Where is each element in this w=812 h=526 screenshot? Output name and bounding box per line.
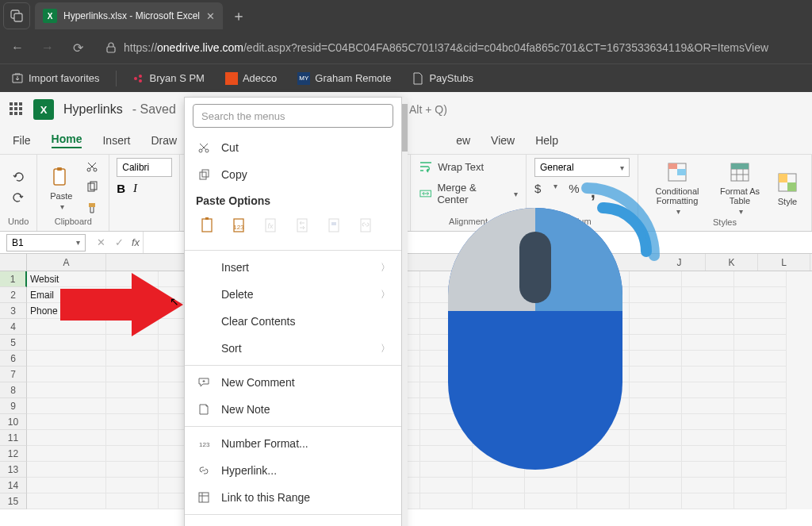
cell[interactable] [734, 351, 787, 367]
cell[interactable] [682, 478, 734, 493]
ctx-insert[interactable]: Insert〉 [185, 254, 401, 281]
row-header[interactable]: 9 [0, 398, 27, 414]
undo-button[interactable] [10, 168, 27, 186]
select-all-corner[interactable] [0, 254, 27, 271]
cell[interactable] [734, 398, 787, 414]
new-tab-button[interactable]: ＋ [228, 5, 250, 27]
cell[interactable] [682, 430, 734, 446]
tab-home[interactable]: Home [52, 132, 82, 148]
row-header[interactable]: 13 [0, 462, 27, 478]
tab-close-button[interactable]: ✕ [206, 10, 215, 22]
cell[interactable] [27, 351, 106, 367]
tab-review-partial[interactable]: ew [456, 134, 470, 147]
ctx-copy[interactable]: Copy [185, 161, 401, 188]
row-header[interactable]: 5 [0, 335, 27, 351]
address-bar[interactable]: https://onedrive.live.com/edit.aspx?resi… [97, 36, 806, 60]
cell[interactable] [106, 382, 159, 398]
cell[interactable] [734, 430, 787, 446]
cell[interactable] [106, 414, 159, 430]
browser-tab-active[interactable]: X Hyperlinks.xlsx - Microsoft Excel ✕ [35, 2, 223, 29]
cell[interactable] [682, 319, 734, 335]
cell[interactable] [682, 493, 734, 509]
cell[interactable] [525, 493, 577, 509]
ctx-hyperlink[interactable]: Hyperlink... [185, 457, 401, 484]
cell[interactable] [734, 319, 787, 335]
context-scrollbar-track[interactable] [402, 98, 408, 526]
cell[interactable] [682, 303, 734, 319]
cell[interactable] [420, 478, 473, 493]
cell[interactable] [577, 493, 630, 509]
cell[interactable] [682, 446, 734, 462]
format-painter-button[interactable] [83, 199, 101, 217]
app-launcher-button[interactable] [10, 102, 24, 117]
row-header[interactable]: 8 [0, 382, 27, 398]
cell[interactable] [27, 382, 106, 398]
row-header[interactable]: 7 [0, 367, 27, 382]
bookmark-graham[interactable]: MY Graham Remote [293, 69, 396, 88]
tab-view[interactable]: View [491, 134, 515, 147]
cell[interactable] [734, 446, 787, 462]
cell[interactable] [106, 446, 159, 462]
copy-button[interactable] [83, 179, 101, 196]
cell[interactable] [27, 446, 106, 462]
row-header[interactable]: 3 [0, 303, 27, 319]
ctx-delete[interactable]: Delete〉 [185, 281, 401, 308]
row-header[interactable]: 6 [0, 351, 27, 367]
cell[interactable] [27, 414, 106, 430]
cell[interactable] [682, 335, 734, 351]
cell[interactable] [682, 287, 734, 303]
menu-search-input[interactable]: Search the menus [193, 104, 393, 128]
cell[interactable] [106, 493, 159, 509]
cell[interactable] [682, 367, 734, 382]
bookmark-adecco[interactable]: Adecco [220, 69, 282, 88]
cell[interactable] [682, 414, 734, 430]
cell[interactable] [734, 287, 787, 303]
redo-button[interactable] [10, 189, 27, 206]
cell[interactable] [734, 335, 787, 351]
tab-help[interactable]: Help [535, 134, 558, 147]
cell[interactable] [577, 478, 630, 493]
refresh-button[interactable]: ⟳ [67, 36, 89, 59]
col-header-K[interactable]: K [706, 254, 758, 271]
cell-styles-button[interactable]: Style [772, 168, 803, 208]
cell[interactable] [106, 351, 159, 367]
tab-insert[interactable]: Insert [102, 134, 130, 147]
cell[interactable] [106, 367, 159, 382]
cell[interactable] [473, 493, 525, 509]
tab-overview-button[interactable] [3, 2, 30, 29]
ctx-clear-contents[interactable]: Clear Contents [185, 308, 401, 335]
cell[interactable] [106, 430, 159, 446]
wrap-text-button[interactable]: Wrap Text [419, 158, 484, 175]
tab-file[interactable]: File [13, 134, 31, 147]
ctx-link-range[interactable]: Link to this Range [185, 484, 401, 511]
cell[interactable] [734, 462, 787, 478]
cut-button[interactable] [83, 158, 101, 175]
ctx-new-note[interactable]: New Note [185, 396, 401, 423]
cell[interactable] [27, 335, 106, 351]
bookmark-paystubs[interactable]: PayStubs [407, 69, 478, 88]
cell[interactable] [734, 303, 787, 319]
cell[interactable] [525, 478, 577, 493]
ctx-cut[interactable]: Cut [185, 134, 401, 161]
ctx-sort[interactable]: Sort〉 [185, 335, 401, 362]
document-name[interactable]: Hyperlinks [63, 102, 123, 117]
cell[interactable] [682, 271, 734, 287]
cell[interactable] [106, 335, 159, 351]
row-header[interactable]: 12 [0, 446, 27, 462]
cell[interactable] [27, 478, 106, 493]
import-favorites-button[interactable]: Import favorites [6, 69, 105, 88]
cancel-edit-button[interactable]: ✕ [92, 236, 110, 248]
ctx-show-changes[interactable]: Show Changes [185, 518, 401, 526]
cell[interactable] [473, 478, 525, 493]
row-header[interactable]: 10 [0, 414, 27, 430]
cell[interactable] [682, 462, 734, 478]
paste-button[interactable]: Paste ▾ [45, 163, 77, 213]
cell[interactable] [27, 367, 106, 382]
cell[interactable] [734, 271, 787, 287]
fx-label[interactable]: fx [128, 236, 143, 248]
confirm-edit-button[interactable]: ✓ [110, 236, 128, 248]
row-header[interactable]: 11 [0, 430, 27, 446]
context-scrollbar-thumb[interactable] [402, 104, 408, 152]
row-header[interactable]: 4 [0, 319, 27, 335]
cell[interactable] [734, 493, 787, 509]
